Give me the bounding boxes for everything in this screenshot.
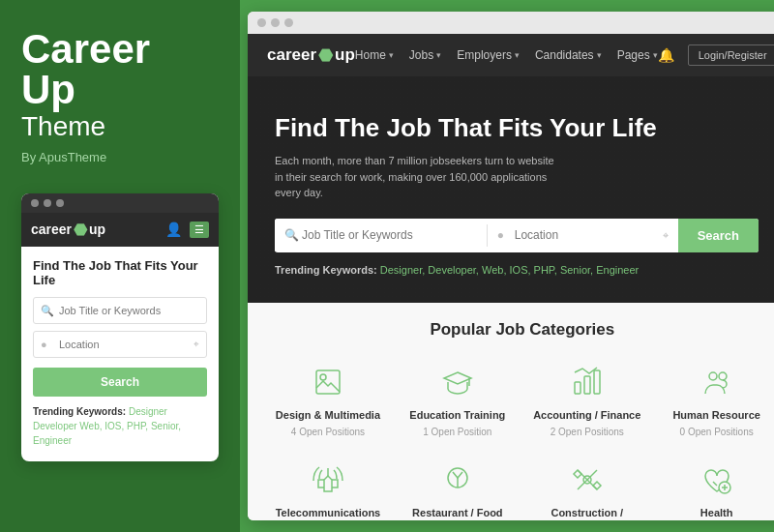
site-navbar: career ⬣ up Home ▾ Jobs ▾ Employers ▾	[248, 34, 774, 76]
site-hero-subtitle: Each month, more than 7 million jobseeke…	[275, 153, 565, 201]
dot3	[56, 199, 64, 207]
site-categories: Popular Job Categories Design & Multimed…	[248, 303, 774, 521]
education-icon	[440, 365, 475, 403]
nav-candidates[interactable]: Candidates ▾	[535, 48, 602, 62]
nav-home[interactable]: Home ▾	[355, 48, 394, 62]
site-hero: Find The Job That Fits Your Life Each mo…	[248, 76, 774, 303]
keyword-input[interactable]	[275, 219, 487, 251]
mobile-location-wrapper: ● ⌖	[33, 331, 207, 358]
site-search-bar: 🔍 ● ⌖ Search	[275, 219, 759, 252]
leaf-icon: ⬣	[74, 221, 87, 239]
site-leaf-icon: ⬣	[318, 45, 333, 66]
svg-rect-2	[575, 382, 580, 394]
svg-rect-4	[594, 370, 600, 394]
chevron-icon: ▾	[436, 50, 441, 60]
bdot2	[271, 18, 280, 27]
site-logo: career ⬣ up	[267, 45, 355, 66]
location-wrapper: ● ⌖	[488, 219, 678, 252]
browser-topbar	[248, 12, 774, 34]
bdot1	[257, 18, 266, 27]
search-button[interactable]: Search	[678, 219, 759, 252]
svg-point-5	[709, 372, 717, 380]
category-telecom[interactable]: Telecommunications	[267, 455, 389, 521]
nav-jobs[interactable]: Jobs ▾	[409, 48, 441, 62]
chevron-icon: ▾	[597, 50, 602, 60]
mobile-body: Find The Job That Fits Your Life 🔍 ● ⌖ S…	[21, 247, 219, 461]
mobile-location-input[interactable]	[33, 331, 207, 358]
nav-pages[interactable]: Pages ▾	[617, 48, 658, 62]
site-trending: Trending Keywords: Designer, Developer, …	[275, 264, 770, 276]
mobile-mockup: career ⬣ up 👤 ☰ Find The Job That Fits Y…	[21, 193, 219, 461]
user-icon: 👤	[165, 222, 182, 237]
location-input[interactable]	[488, 219, 678, 251]
telecom-icon	[311, 462, 345, 501]
right-panel: career ⬣ up Home ▾ Jobs ▾ Employers ▾	[240, 0, 774, 532]
category-food[interactable]: Restaurant / Food Service	[397, 455, 519, 521]
keyword-wrapper: 🔍	[275, 219, 487, 252]
bell-icon[interactable]: 🔔	[658, 47, 674, 63]
chevron-icon: ▾	[515, 50, 520, 60]
nav-employers[interactable]: Employers ▾	[457, 48, 520, 62]
finance-icon	[570, 365, 605, 403]
mobile-topbar	[21, 193, 219, 213]
login-button[interactable]: Login/Register	[688, 44, 774, 66]
category-finance[interactable]: Accounting / Finance 2 Open Positions	[526, 357, 648, 445]
browser-window: career ⬣ up Home ▾ Jobs ▾ Employers ▾	[248, 12, 774, 520]
brand-name: Career Up Theme By ApusTheme	[21, 29, 219, 164]
search-icon: 🔍	[41, 304, 54, 316]
mobile-nav-icons: 👤 ☰	[165, 222, 209, 238]
health-icon	[700, 462, 734, 501]
mobile-keyword-wrapper: 🔍	[33, 297, 207, 324]
mobile-trending: Trending Keywords: Designer Developer We…	[33, 404, 207, 448]
location-icon: ●	[41, 339, 47, 350]
food-icon	[440, 462, 475, 501]
dot2	[44, 199, 51, 207]
category-design[interactable]: Design & Multimedia 4 Open Positions	[267, 357, 389, 445]
mobile-logo: career ⬣ up	[31, 221, 105, 239]
categories-title: Popular Job Categories	[267, 320, 774, 340]
svg-rect-3	[584, 376, 590, 394]
construction-icon	[570, 462, 605, 501]
svg-rect-0	[316, 370, 340, 394]
mobile-nav: career ⬣ up 👤 ☰	[21, 213, 219, 247]
svg-point-1	[320, 374, 326, 380]
category-construction[interactable]: Construction / Facilities	[526, 455, 648, 521]
mobile-hero-title: Find The Job That Fits Your Life	[33, 258, 207, 287]
categories-grid: Design & Multimedia 4 Open Positions Edu…	[267, 357, 774, 521]
site-nav-right: 🔔 Login/Register	[658, 44, 774, 66]
left-panel: Career Up Theme By ApusTheme career ⬣ up…	[0, 0, 240, 532]
category-hr[interactable]: Human Resource 0 Open Positions	[656, 357, 774, 445]
design-icon	[311, 365, 345, 403]
svg-point-6	[719, 372, 727, 380]
chevron-icon: ▾	[389, 50, 394, 60]
site-nav-links: Home ▾ Jobs ▾ Employers ▾ Candidates ▾ P…	[355, 48, 658, 62]
hamburger-icon: ☰	[190, 222, 209, 238]
mobile-keyword-input[interactable]	[33, 297, 207, 324]
mobile-search-button[interactable]: Search	[33, 368, 207, 397]
category-education[interactable]: Education Training 1 Open Position	[397, 357, 519, 445]
bdot3	[284, 18, 293, 27]
site-hero-title: Find The Job That Fits Your Life	[275, 113, 770, 143]
hr-icon	[700, 365, 734, 403]
dot1	[31, 199, 39, 207]
gps-icon: ⌖	[194, 339, 199, 350]
category-health[interactable]: Health	[656, 455, 774, 521]
